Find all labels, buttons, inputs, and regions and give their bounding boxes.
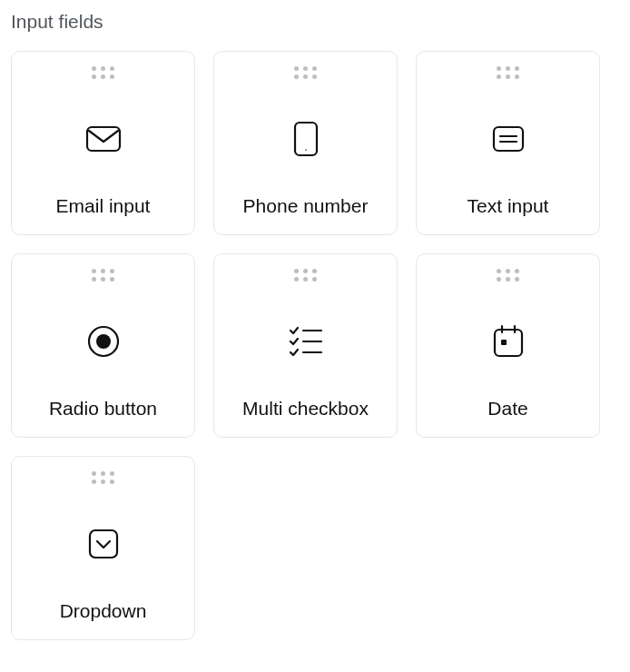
svg-rect-3 [494,127,523,151]
card-phone-number[interactable]: Phone number [213,51,398,235]
drag-handle-icon[interactable] [92,66,114,79]
calendar-icon [492,316,525,367]
checklist-icon [289,316,323,367]
input-fields-grid: Email input Phone number Text i [11,51,619,640]
card-label: Dropdown [60,600,147,622]
drag-handle-icon[interactable] [497,269,519,282]
svg-rect-0 [87,127,120,151]
card-label: Radio button [49,398,157,420]
drag-handle-icon[interactable] [92,269,114,282]
card-label: Email input [56,195,151,217]
drag-handle-icon[interactable] [92,471,114,484]
card-multi-checkbox[interactable]: Multi checkbox [213,253,398,438]
card-label: Text input [468,195,549,217]
phone-icon [293,114,319,164]
email-icon [85,114,122,164]
card-label: Multi checkbox [242,398,369,420]
card-label: Date [487,398,527,420]
card-date[interactable]: Date [416,253,600,438]
section-title: Input fields [11,11,619,33]
drag-handle-icon[interactable] [294,269,317,282]
svg-rect-14 [501,340,507,345]
svg-point-2 [305,149,307,151]
svg-rect-15 [90,530,117,558]
svg-point-7 [96,334,111,349]
radio-icon [86,316,121,367]
dropdown-icon [87,519,120,569]
card-label: Phone number [243,195,369,217]
svg-rect-11 [495,330,522,356]
text-icon [492,114,525,164]
card-email-input[interactable]: Email input [11,51,195,235]
drag-handle-icon[interactable] [497,66,519,79]
card-radio-button[interactable]: Radio button [11,253,195,438]
card-text-input[interactable]: Text input [416,51,600,235]
card-dropdown[interactable]: Dropdown [11,456,195,640]
drag-handle-icon[interactable] [294,66,317,79]
